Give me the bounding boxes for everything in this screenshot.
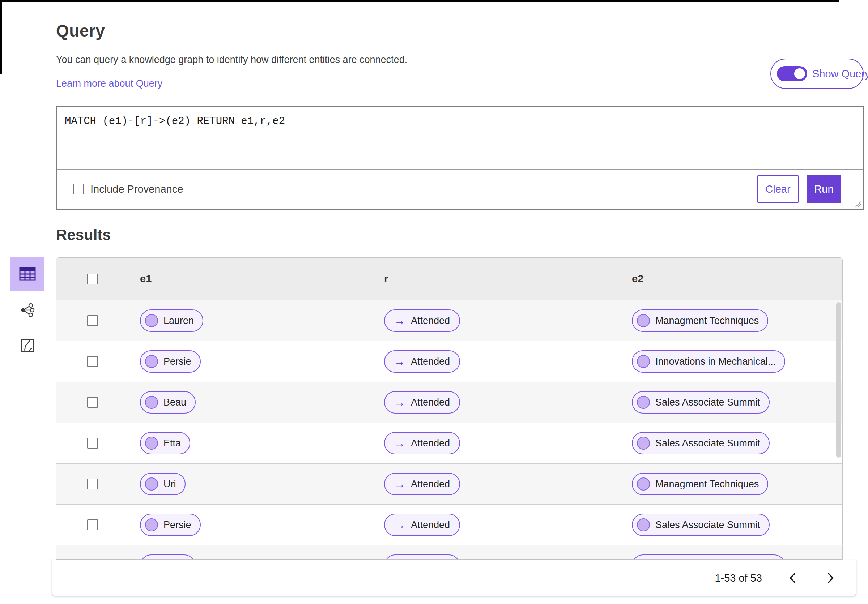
table-body: Lauren → Attended Managment Techniques P…: [56, 300, 842, 559]
next-page-button[interactable]: [823, 570, 839, 586]
entity-chip[interactable]: Larry: [140, 555, 195, 559]
entity-label: Sales Associate Summit: [655, 397, 760, 408]
cell-r: → Attended: [373, 382, 621, 423]
entity-label: Managment Techniques: [655, 479, 759, 490]
row-checkbox[interactable]: [87, 519, 98, 530]
entity-label: Etta: [163, 438, 181, 449]
relation-label: Attended: [411, 356, 450, 367]
row-checkbox-cell: [56, 341, 129, 382]
relation-chip[interactable]: → Attended: [384, 350, 460, 373]
row-checkbox[interactable]: [87, 315, 98, 326]
chevron-left-icon: [788, 572, 797, 584]
entity-node-icon: [145, 477, 158, 491]
resize-handle-icon[interactable]: [854, 200, 862, 208]
table-row: Larry → Attended Innovations in Mechanic…: [56, 545, 842, 559]
entity-chip[interactable]: Lauren: [140, 309, 203, 332]
row-checkbox[interactable]: [87, 438, 98, 449]
tab-table-view[interactable]: [10, 256, 45, 291]
clear-button[interactable]: Clear: [757, 175, 798, 203]
entity-chip[interactable]: Sales Associate Summit: [632, 514, 770, 536]
row-checkbox-cell: [56, 545, 129, 559]
row-checkbox-cell: [56, 300, 129, 341]
entity-node-icon: [637, 314, 650, 327]
entity-chip[interactable]: Managment Techniques: [632, 309, 768, 332]
cell-r: → Attended: [373, 300, 621, 341]
row-checkbox-cell: [56, 464, 129, 504]
relation-chip[interactable]: → Attended: [384, 555, 460, 559]
column-header-r: r: [373, 258, 621, 300]
run-button[interactable]: Run: [806, 175, 841, 203]
vertical-scrollbar-thumb[interactable]: [836, 302, 841, 457]
row-checkbox[interactable]: [87, 479, 98, 490]
cell-e1: Lauren: [129, 300, 373, 341]
cell-e2: Innovations in Mechanical...: [621, 341, 843, 382]
relation-chip[interactable]: → Attended: [384, 391, 460, 414]
column-header-e1: e1: [129, 258, 373, 300]
cell-e2: Managment Techniques: [621, 464, 843, 504]
relation-chip[interactable]: → Attended: [384, 432, 460, 454]
window-frame-top-edge: [0, 0, 839, 2]
entity-chip[interactable]: Innovations in Mechanical...: [632, 350, 785, 373]
page-title: Query: [56, 21, 105, 40]
entity-label: Managment Techniques: [655, 315, 759, 326]
previous-page-button[interactable]: [784, 570, 800, 586]
entity-node-icon: [637, 477, 650, 491]
entity-node-icon: [637, 396, 650, 409]
learn-more-link[interactable]: Learn more about Query: [56, 78, 163, 89]
entity-chip[interactable]: Sales Associate Summit: [632, 391, 770, 414]
results-view-switcher: [10, 256, 45, 353]
query-editor-input[interactable]: MATCH (e1)-[r]->(e2) RETURN e1,r,e2: [57, 107, 863, 170]
relation-chip[interactable]: → Attended: [384, 514, 460, 536]
table-row: Persie → Attended Sales Associate Summit: [56, 505, 842, 545]
entity-chip[interactable]: Persie: [140, 514, 201, 536]
cell-e2: Sales Associate Summit: [621, 382, 843, 423]
relation-arrow-icon: →: [394, 519, 405, 531]
entity-chip[interactable]: Innovations in Mechanical...: [632, 555, 785, 559]
relation-chip[interactable]: → Attended: [384, 473, 460, 495]
cell-e1: Persie: [129, 505, 373, 545]
tab-graph-view[interactable]: [20, 303, 35, 317]
show-query-toggle[interactable]: Show Query: [770, 59, 864, 89]
select-all-checkbox[interactable]: [87, 273, 98, 284]
tab-map-view[interactable]: [21, 338, 34, 353]
entity-chip[interactable]: Sales Associate Summit: [632, 432, 770, 454]
entity-label: Persie: [163, 356, 191, 367]
table-row: Etta → Attended Sales Associate Summit: [56, 423, 842, 464]
relation-label: Attended: [411, 479, 450, 490]
include-provenance-checkbox[interactable]: [73, 184, 84, 195]
entity-chip[interactable]: Etta: [140, 432, 190, 454]
entity-label: Sales Associate Summit: [655, 519, 760, 531]
entity-node-icon: [145, 355, 158, 368]
query-panel-footer: Include Provenance Clear Run: [57, 170, 863, 208]
entity-label: Sales Associate Summit: [655, 438, 760, 449]
entity-chip[interactable]: Uri: [140, 473, 186, 495]
row-checkbox-cell: [56, 505, 129, 545]
table-row: Persie → Attended Innovations in Mechani…: [56, 341, 842, 382]
table-row: Lauren → Attended Managment Techniques: [56, 300, 842, 341]
relation-label: Attended: [411, 315, 450, 326]
cell-e2: Managment Techniques: [621, 300, 843, 341]
relation-chip[interactable]: → Attended: [384, 309, 460, 332]
row-checkbox[interactable]: [87, 397, 98, 408]
results-table: e1 r e2 Lauren → Attended Managment Tech…: [56, 257, 843, 559]
cell-r: → Attended: [373, 464, 621, 504]
relation-label: Attended: [411, 397, 450, 408]
entity-node-icon: [145, 437, 158, 450]
cell-r: → Attended: [373, 545, 621, 559]
toggle-switch-on[interactable]: [777, 66, 807, 81]
entity-node-icon: [637, 437, 650, 450]
entity-label: Beau: [163, 397, 186, 408]
entity-node-icon: [637, 355, 650, 368]
cell-e1: Etta: [129, 423, 373, 463]
cell-e1: Uri: [129, 464, 373, 504]
column-header-e2: e2: [621, 258, 843, 300]
entity-chip[interactable]: Managment Techniques: [632, 473, 768, 495]
entity-label: Persie: [163, 519, 191, 531]
table-row: Uri → Attended Managment Techniques: [56, 464, 842, 505]
row-checkbox[interactable]: [87, 356, 98, 367]
cell-e2: Sales Associate Summit: [621, 423, 843, 463]
entity-label: Lauren: [163, 315, 194, 326]
map-route-icon: [21, 339, 34, 352]
entity-chip[interactable]: Beau: [140, 391, 196, 414]
entity-chip[interactable]: Persie: [140, 350, 201, 373]
